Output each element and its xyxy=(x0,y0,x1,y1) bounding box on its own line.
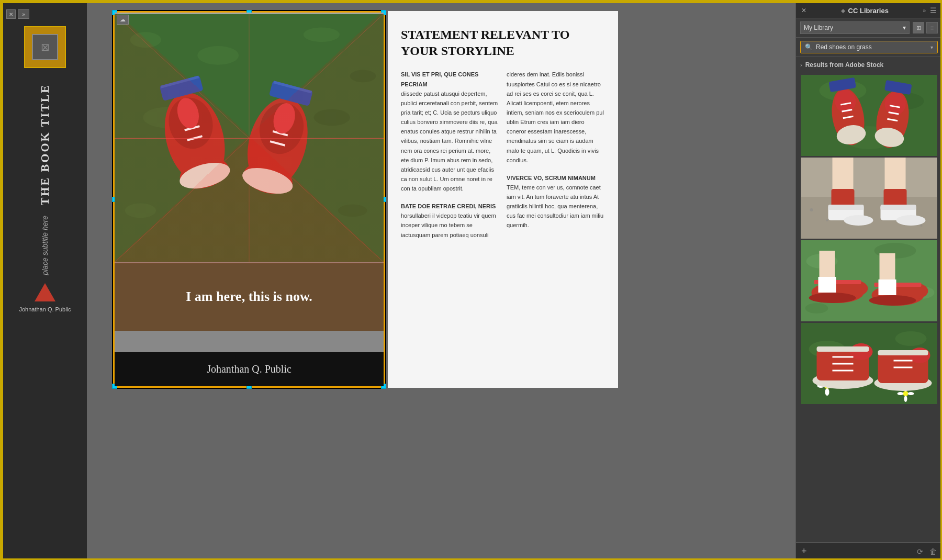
search-container: 🔍 ▾ xyxy=(800,41,938,53)
svg-point-58 xyxy=(921,225,923,227)
svg-line-30 xyxy=(273,131,288,136)
stock-images-grid xyxy=(796,75,942,404)
svg-point-4 xyxy=(350,70,376,83)
library-selector-value: My Library xyxy=(804,24,833,31)
sidebar-collapse-button[interactable]: » xyxy=(18,9,29,19)
svg-point-24 xyxy=(238,91,317,196)
panel-footer: + ⟳ 🗑 xyxy=(796,542,942,560)
svg-rect-22 xyxy=(160,75,204,101)
svg-point-98 xyxy=(904,396,907,402)
svg-line-20 xyxy=(187,136,203,140)
svg-line-29 xyxy=(275,121,290,126)
svg-point-7 xyxy=(125,204,156,218)
cover-author-name: Johanthan Q. Public xyxy=(207,363,291,375)
svg-point-15 xyxy=(176,153,232,194)
right-panel: ✕ ◈ CC Libraries » ☰ My Library ▾ ⊞ ≡ xyxy=(795,3,942,560)
results-chevron-icon[interactable]: › xyxy=(800,62,802,68)
svg-point-2 xyxy=(197,46,239,65)
svg-rect-33 xyxy=(269,81,313,106)
panel-title-text: CC Libraries xyxy=(848,7,889,15)
author-triangle-decoration xyxy=(35,283,55,301)
svg-point-8 xyxy=(338,205,367,217)
para3-heading: VIVERCE VO, SCRUM NIMANUM xyxy=(507,175,596,181)
search-bar: 🔍 ▾ xyxy=(796,38,942,57)
svg-point-32 xyxy=(270,100,298,136)
search-icon: 🔍 xyxy=(805,43,813,51)
interior-heading: STATEMENT RELEVANT TO YOUR STORYLINE xyxy=(401,27,605,59)
panel-close-button[interactable]: ✕ xyxy=(801,7,806,14)
svg-line-9 xyxy=(115,14,384,262)
para2-heading: BATE DOE RETRAE CREDI, NERIS xyxy=(401,203,496,209)
author-name-sidebar: Johnathan Q. Public xyxy=(16,306,74,312)
panel-expand-button[interactable]: » xyxy=(923,8,926,14)
sync-icon[interactable]: ⟳ xyxy=(917,547,923,556)
svg-point-100 xyxy=(908,392,914,395)
add-item-button[interactable]: + xyxy=(801,546,807,557)
view-list-button[interactable]: ≡ xyxy=(926,22,938,33)
cover-tagline-text: I am here, this is now. xyxy=(175,289,323,305)
svg-point-16 xyxy=(177,158,233,194)
svg-line-28 xyxy=(278,111,293,116)
svg-point-76 xyxy=(809,293,856,303)
stock-image-2[interactable] xyxy=(796,158,942,239)
stock-image-4[interactable] xyxy=(796,323,942,404)
svg-point-3 xyxy=(304,27,340,42)
svg-point-80 xyxy=(869,295,916,306)
results-header: › Results from Adobe Stock xyxy=(800,61,938,69)
book-subtitle-sidebar: place subtitle here xyxy=(41,216,49,275)
svg-point-26 xyxy=(240,158,296,199)
library-toolbar: My Library ▾ ⊞ ≡ xyxy=(796,18,942,38)
search-input[interactable] xyxy=(816,43,927,51)
svg-rect-104 xyxy=(817,346,869,352)
sidebar-close-button[interactable]: ✕ xyxy=(6,9,16,19)
library-selector-dropdown[interactable]: My Library ▾ xyxy=(800,21,910,34)
svg-point-55 xyxy=(810,208,813,211)
panel-header: ✕ ◈ CC Libraries » ☰ xyxy=(796,3,942,18)
svg-point-88 xyxy=(895,331,927,346)
svg-point-99 xyxy=(898,392,904,395)
cloud-upload-icon: ☁ xyxy=(117,15,129,25)
library-selector-arrow: ▾ xyxy=(903,24,906,31)
svg-line-19 xyxy=(185,126,200,130)
results-title: Results from Adobe Stock xyxy=(805,61,884,69)
cover-tagline-band: I am here, this is now. xyxy=(115,263,384,331)
svg-line-10 xyxy=(115,14,384,262)
panel-title: ◈ CC Libraries xyxy=(841,7,889,15)
search-dropdown-arrow[interactable]: ▾ xyxy=(930,44,933,50)
svg-point-56 xyxy=(826,219,828,221)
thumbnail-icon: ⊠ xyxy=(32,34,58,60)
svg-rect-62 xyxy=(828,205,864,210)
view-grid-button[interactable]: ⊞ xyxy=(913,22,924,33)
para3-body: TEM, teme con ver us, comnote caet iam v… xyxy=(507,184,603,229)
svg-point-68 xyxy=(896,215,926,226)
svg-rect-84 xyxy=(818,277,836,293)
left-sidebar: ✕ » ⊠ THE BOOK TITLE place subtitle here… xyxy=(3,3,87,560)
trash-icon[interactable]: 🗑 xyxy=(929,547,937,556)
svg-point-63 xyxy=(844,215,873,226)
svg-point-1 xyxy=(130,32,161,48)
page-thumbnail[interactable]: ⊠ xyxy=(24,26,66,68)
book-cover[interactable]: I am here, this is now. Johanthan Q. Pub… xyxy=(113,11,385,388)
panel-menu-button[interactable]: ☰ xyxy=(930,6,937,15)
svg-point-14 xyxy=(163,93,219,154)
svg-rect-23 xyxy=(161,75,199,88)
canvas-background: I am here, this is now. Johanthan Q. Pub… xyxy=(87,3,795,560)
svg-rect-85 xyxy=(879,279,896,295)
cc-libraries-icon: ◈ xyxy=(841,8,845,14)
book-title-sidebar: THE BOOK TITLE xyxy=(38,84,52,205)
footer-icons: ⟳ 🗑 xyxy=(917,547,937,556)
svg-line-31 xyxy=(270,141,285,145)
svg-rect-0 xyxy=(115,14,384,262)
svg-point-5 xyxy=(143,107,189,128)
svg-rect-111 xyxy=(878,350,928,355)
svg-line-18 xyxy=(182,116,197,120)
svg-point-73 xyxy=(805,303,828,313)
view-icons: ⊞ ≡ xyxy=(913,22,938,33)
stock-image-3[interactable] xyxy=(796,240,942,321)
main-canvas: I am here, this is now. Johanthan Q. Pub… xyxy=(87,3,795,560)
svg-line-17 xyxy=(180,106,195,110)
svg-point-91 xyxy=(825,388,829,396)
sidebar-top-controls: ✕ » xyxy=(3,7,87,21)
cover-author-band: Johanthan Q. Public xyxy=(115,352,384,386)
stock-image-1[interactable] xyxy=(796,75,942,156)
